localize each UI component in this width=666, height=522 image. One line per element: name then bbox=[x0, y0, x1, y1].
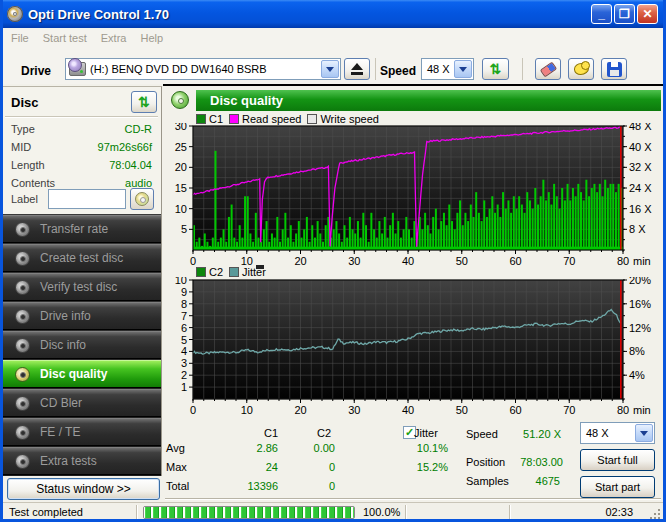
stats-header-c2: C2 bbox=[311, 427, 331, 439]
speed-select[interactable]: 48 X bbox=[421, 58, 474, 80]
sidebar-item-fe-te[interactable]: FE / TE bbox=[3, 418, 161, 446]
menu-item-file[interactable]: File bbox=[11, 32, 29, 44]
speed-dropdown-arrow-icon[interactable] bbox=[454, 60, 472, 78]
refresh-disc-button[interactable]: ⇅ bbox=[131, 91, 157, 113]
extra-tool-button[interactable] bbox=[568, 58, 594, 80]
label-input[interactable] bbox=[48, 189, 126, 209]
cd-icon bbox=[135, 192, 149, 206]
sidebar: Transfer rateCreate test discVerify test… bbox=[3, 214, 162, 476]
svg-text:7: 7 bbox=[181, 310, 187, 322]
save-disk-icon bbox=[607, 62, 622, 77]
speed-value: 48 X bbox=[427, 63, 450, 75]
title-bar: Opti Drive Control 1.70 _ ❐ ✕ bbox=[0, 0, 666, 28]
svg-text:3: 3 bbox=[181, 357, 187, 369]
svg-text:2: 2 bbox=[181, 369, 187, 381]
c2-jitter-chart: 123456789104%8%12%16%20%0102030405060708… bbox=[163, 277, 663, 419]
drive-dropdown-arrow-icon[interactable] bbox=[321, 60, 339, 78]
disc-row-value: CD-R bbox=[125, 123, 153, 135]
status-window-button[interactable]: Status window >> bbox=[7, 478, 160, 500]
svg-text:70: 70 bbox=[563, 404, 575, 416]
disc-row-length: Length78:04.04 bbox=[11, 159, 156, 171]
disc-row-value: 97m26s66f bbox=[98, 141, 152, 153]
menu-item-extra[interactable]: Extra bbox=[101, 32, 127, 44]
erase-disc-button[interactable] bbox=[535, 58, 561, 80]
sidebar-item-extra-tests[interactable]: Extra tests bbox=[3, 447, 161, 475]
jitter-column-header: Jitter bbox=[414, 427, 474, 439]
write-label-button[interactable] bbox=[130, 188, 154, 210]
svg-text:20: 20 bbox=[294, 404, 306, 416]
maximize-button[interactable]: ❐ bbox=[614, 4, 635, 24]
sidebar-item-label: Transfer rate bbox=[40, 222, 108, 236]
disc-quality-icon bbox=[171, 91, 189, 109]
svg-text:min: min bbox=[633, 255, 651, 267]
disc-panel-title: Disc bbox=[11, 95, 38, 110]
divider bbox=[165, 498, 661, 500]
svg-text:8 X: 8 X bbox=[629, 223, 646, 235]
drive-icon bbox=[69, 62, 86, 76]
svg-text:50: 50 bbox=[456, 255, 468, 267]
svg-text:8: 8 bbox=[181, 298, 187, 310]
cd-icon bbox=[15, 338, 30, 353]
svg-text:30: 30 bbox=[175, 123, 187, 132]
sidebar-item-disc-quality[interactable]: Disc quality bbox=[3, 360, 161, 388]
cd-icon bbox=[15, 396, 30, 411]
svg-text:0: 0 bbox=[190, 404, 196, 416]
stats-jitter-value: 10.1% bbox=[398, 442, 448, 454]
disc-row-value: 78:04.04 bbox=[109, 159, 152, 171]
cd-icon bbox=[15, 251, 30, 266]
svg-text:5: 5 bbox=[181, 223, 187, 235]
stats-c2-value: 0.00 bbox=[285, 442, 335, 454]
test-speed-select[interactable]: 48 X bbox=[580, 422, 655, 444]
refresh-drive-button[interactable]: ⇅ bbox=[482, 58, 509, 80]
disc-row-mid: MID97m26s66f bbox=[11, 141, 156, 153]
svg-text:25: 25 bbox=[175, 141, 187, 153]
menu-item-start-test[interactable]: Start test bbox=[43, 32, 87, 44]
svg-text:24 X: 24 X bbox=[629, 182, 652, 194]
disc-info-panel: Disc ⇅ TypeCD-RMID97m26s66fLength78:04.0… bbox=[3, 86, 162, 214]
svg-text:80: 80 bbox=[617, 255, 629, 267]
drive-value: (H:) BENQ DVD DD DW1640 BSRB bbox=[90, 63, 267, 75]
stats-row-label: Avg bbox=[166, 442, 185, 454]
sidebar-item-label: FE / TE bbox=[40, 425, 80, 439]
sidebar-item-label: Extra tests bbox=[40, 454, 97, 468]
sidebar-item-disc-info[interactable]: Disc info bbox=[3, 331, 161, 359]
svg-text:10: 10 bbox=[241, 404, 253, 416]
eject-button[interactable] bbox=[344, 58, 370, 80]
menu-item-help[interactable]: Help bbox=[140, 32, 163, 44]
drive-select[interactable]: (H:) BENQ DVD DD DW1640 BSRB bbox=[65, 58, 341, 80]
refresh-icon: ⇅ bbox=[138, 95, 150, 109]
sidebar-item-transfer-rate[interactable]: Transfer rate bbox=[3, 215, 161, 243]
toolbar-separator bbox=[375, 58, 376, 80]
sidebar-item-drive-info[interactable]: Drive info bbox=[3, 302, 161, 330]
test-speed-value: 48 X bbox=[586, 427, 609, 439]
svg-text:5: 5 bbox=[181, 334, 187, 346]
app-window: Opti Drive Control 1.70 _ ❐ ✕ FileStart … bbox=[0, 0, 666, 522]
c1-read-speed-chart: 510152025308 X16 X24 X32 X40 X48 X010203… bbox=[163, 123, 663, 270]
statusbar-separator bbox=[405, 505, 407, 520]
resize-grip[interactable] bbox=[649, 508, 661, 520]
sidebar-item-label: Disc info bbox=[40, 338, 86, 352]
divider bbox=[5, 116, 158, 118]
start-part-button[interactable]: Start part bbox=[580, 476, 655, 498]
svg-text:40: 40 bbox=[402, 255, 414, 267]
stats-c2-value: 0 bbox=[285, 480, 335, 492]
sidebar-item-create-test-disc[interactable]: Create test disc bbox=[3, 244, 161, 272]
drive-label: Drive bbox=[21, 64, 51, 78]
sidebar-item-verify-test-disc[interactable]: Verify test disc bbox=[3, 273, 161, 301]
cd-icon bbox=[15, 425, 30, 440]
result-position-value: 78:03.00 bbox=[503, 456, 563, 468]
save-button[interactable] bbox=[601, 58, 627, 80]
start-full-button[interactable]: Start full bbox=[580, 449, 655, 471]
app-cd-icon bbox=[7, 6, 23, 22]
svg-text:16 X: 16 X bbox=[629, 203, 652, 215]
svg-text:40: 40 bbox=[402, 404, 414, 416]
close-button[interactable]: ✕ bbox=[637, 4, 658, 24]
svg-text:50: 50 bbox=[456, 404, 468, 416]
svg-text:40 X: 40 X bbox=[629, 141, 652, 153]
minimize-button[interactable]: _ bbox=[591, 4, 612, 24]
test-speed-dropdown-arrow-icon[interactable] bbox=[635, 424, 653, 442]
sidebar-item-cd-bler[interactable]: CD Bler bbox=[3, 389, 161, 417]
eraser-icon bbox=[539, 61, 556, 77]
stats-c1-value: 13396 bbox=[218, 480, 278, 492]
svg-text:10: 10 bbox=[175, 203, 187, 215]
